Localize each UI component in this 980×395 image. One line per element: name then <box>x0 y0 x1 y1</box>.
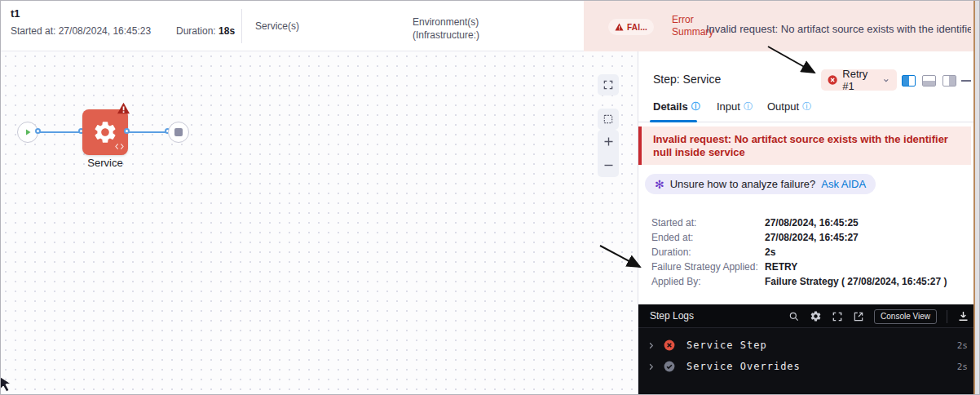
expand-logs-icon[interactable] <box>832 311 843 322</box>
layout-left-fill <box>903 76 909 86</box>
retry-dropdown-label: Retry #1 <box>842 68 877 92</box>
chevron-right-icon[interactable] <box>647 341 656 350</box>
open-external-icon[interactable] <box>853 311 864 322</box>
play-icon <box>23 127 33 137</box>
step-logs-toolbar: Console View <box>788 304 969 328</box>
step-logs-title: Step Logs <box>650 310 694 322</box>
minimize-panel-button[interactable] <box>961 80 971 82</box>
detail-value: 2s <box>765 246 775 258</box>
detail-label: Duration: <box>651 246 691 258</box>
stop-icon <box>174 128 183 136</box>
duration-value: 18s <box>219 25 235 37</box>
pipeline-canvas[interactable]: Service <box>1 51 638 395</box>
step-tabs: Details Input Output <box>638 97 976 122</box>
log-row-name: Service Overrides <box>686 361 801 372</box>
aida-question: Unsure how to analyze failure? <box>670 178 816 190</box>
detail-row-duration: Duration: 2s <box>651 246 963 261</box>
aida-suggestion-pill: Unsure how to analyze failure? Ask AIDA <box>645 174 876 194</box>
detail-value: 27/08/2024, 16:45:25 <box>765 217 859 229</box>
layout-left-panel-button[interactable] <box>902 75 916 87</box>
step-error-banner: Invalid request: No artifact source exis… <box>638 126 971 165</box>
log-row-service-overrides[interactable]: Service Overrides 2s <box>638 356 976 377</box>
step-logs-console: Step Logs Console View <box>638 304 976 395</box>
detail-row-failure-strategy: Failure Strategy Applied: RETRY <box>651 261 963 276</box>
zoom-out-icon[interactable] <box>603 159 615 171</box>
log-row-service-step[interactable]: Service Step 2s <box>638 335 976 356</box>
step-panel-title: Step: Service <box>653 73 721 86</box>
info-icon[interactable] <box>744 100 753 113</box>
tab-output-label: Output <box>767 100 799 113</box>
detail-label: Started at: <box>651 217 696 229</box>
layout-right-panel-button[interactable] <box>942 75 956 87</box>
node-warning-triangle-icon <box>117 102 130 114</box>
active-tab-underline <box>650 120 697 122</box>
canvas-fullscreen-button[interactable] <box>598 74 619 95</box>
edge-start-to-service <box>38 131 82 133</box>
pipeline-execution-screen: t1 Started at: 27/08/2024, 16:45:23 Dura… <box>0 0 980 395</box>
error-summary-text: Invalid request: No artifact source exis… <box>706 23 971 35</box>
detail-value: 27/08/2024, 16:45:27 <box>765 232 859 243</box>
chevron-down-icon <box>882 76 890 85</box>
layout-bottom-panel-button[interactable] <box>922 75 936 87</box>
aida-icon <box>655 178 664 191</box>
log-row-duration: 2s <box>957 340 968 351</box>
port <box>124 128 130 134</box>
warning-triangle-icon <box>615 23 624 31</box>
failed-badge-label: FAI... <box>627 23 647 32</box>
failed-status-badge[interactable]: FAI... <box>608 19 654 35</box>
log-settings-gear-icon[interactable] <box>810 310 822 322</box>
header-divider <box>241 9 242 43</box>
tab-details[interactable]: Details <box>653 100 700 113</box>
tab-input[interactable]: Input <box>717 100 753 113</box>
chevron-right-icon[interactable] <box>647 362 656 371</box>
detail-label: Failure Strategy Applied: <box>651 261 758 273</box>
console-view-button[interactable]: Console View <box>874 309 937 324</box>
step-error-message: Invalid request: No artifact source exis… <box>642 133 971 159</box>
detail-value: Failure Strategy ( 27/08/2024, 16:45:27 … <box>765 276 947 287</box>
infrastructure-text: (Infrastructure:) <box>413 29 479 42</box>
step-details-panel: Step: Service Retry #1 Details Input <box>638 51 976 395</box>
step-logs-header: Step Logs Console View <box>638 304 976 328</box>
log-row-duration: 2s <box>957 362 968 372</box>
tab-details-label: Details <box>653 100 688 113</box>
window-edge <box>975 1 979 394</box>
tab-output[interactable]: Output <box>767 100 811 113</box>
layout-bottom-fill <box>923 81 935 86</box>
log-row-name: Service Step <box>686 340 767 351</box>
duration-label: Duration: <box>176 25 216 37</box>
info-icon[interactable] <box>691 100 700 113</box>
environments-label: Environment(s) (Infrastructure:) <box>413 16 479 42</box>
detail-label: Applied By: <box>651 276 701 287</box>
detail-row-applied-by: Applied By: Failure Strategy ( 27/08/202… <box>651 276 963 291</box>
environments-text: Environment(s) <box>413 16 479 29</box>
port <box>35 128 41 134</box>
end-node[interactable] <box>168 122 189 143</box>
search-icon[interactable] <box>788 311 800 322</box>
started-at-text: Started at: 27/08/2024, 16:45:23 <box>11 25 151 37</box>
code-icon <box>115 143 124 150</box>
info-icon[interactable] <box>802 100 811 113</box>
detail-label: Ended at: <box>651 232 693 243</box>
log-status-success-icon <box>664 361 675 372</box>
mouse-cursor-icon <box>0 375 13 393</box>
gear-icon <box>92 119 118 145</box>
execution-header: t1 Started at: 27/08/2024, 16:45:23 Dura… <box>1 1 976 51</box>
retry-dropdown[interactable]: Retry #1 <box>821 69 897 91</box>
edge-service-to-end <box>128 131 169 133</box>
download-logs-icon[interactable] <box>957 310 969 322</box>
zoom-in-icon[interactable] <box>603 135 615 148</box>
detail-row-ended-at: Ended at: 27/08/2024, 16:45:27 <box>651 232 963 246</box>
layout-right-fill <box>949 76 956 86</box>
canvas-zoom-controls <box>598 130 619 177</box>
pipeline-name: t1 <box>11 7 20 20</box>
duration-text: Duration: 18s <box>176 25 235 37</box>
canvas-select-button[interactable] <box>598 109 619 130</box>
window-edge-accent <box>973 1 975 394</box>
service-node-label: Service <box>60 157 151 169</box>
detail-row-started-at: Started at: 27/08/2024, 16:45:25 <box>651 217 963 232</box>
ask-aida-link[interactable]: Ask AIDA <box>821 178 866 190</box>
log-status-failed-icon <box>664 340 675 351</box>
detail-value: RETRY <box>765 261 797 273</box>
marquee-select-icon <box>603 113 614 125</box>
services-label: Service(s) <box>255 20 299 32</box>
